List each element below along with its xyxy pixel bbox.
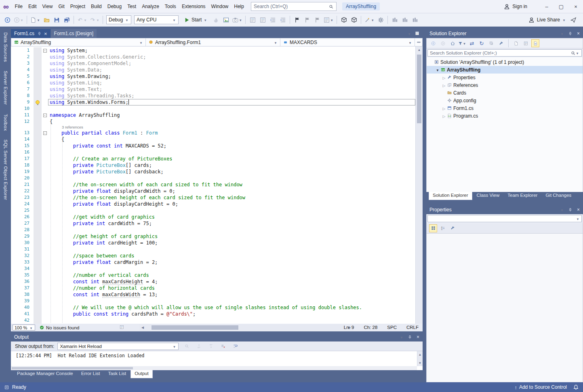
doc-tab-form1-cs[interactable]: Form1.cs×: [11, 29, 51, 38]
code-line-17[interactable]: 17 // Create an array of PictureBoxes: [11, 156, 415, 162]
code-line-8[interactable]: 8using System.Threading.Tasks;: [11, 93, 415, 99]
menu-window[interactable]: Window: [208, 2, 232, 11]
code-line-38[interactable]: 38 const int maxCardsWidth = 13;: [11, 291, 415, 298]
window-position-icon[interactable]: [560, 207, 564, 213]
code-text[interactable]: using System.Text;: [48, 86, 415, 93]
code-line-11[interactable]: 11namespace ArrayShuffling: [11, 112, 415, 118]
split-columns-button[interactable]: [400, 15, 410, 25]
menu-view[interactable]: View: [40, 2, 56, 11]
code-text[interactable]: public partial class Form1 : Form: [48, 130, 415, 136]
code-text[interactable]: private int cardWidth = 75;: [48, 220, 415, 227]
code-line-41[interactable]: 41 public const string cardsPath = @"Car…: [11, 311, 415, 317]
menu-edit[interactable]: Edit: [25, 2, 40, 11]
code-text[interactable]: const int maxCardsHeight = 4;: [48, 278, 415, 285]
build-solution-button[interactable]: [349, 15, 359, 25]
code-text[interactable]: [48, 298, 415, 304]
left-tab-toolbox[interactable]: Toolbox: [3, 112, 8, 133]
se-switch-views-button[interactable]: [458, 39, 466, 47]
code-text[interactable]: [48, 246, 415, 253]
error-navigation-icon[interactable]: [119, 325, 124, 329]
code-line-39[interactable]: 39: [11, 298, 415, 304]
categorized-button[interactable]: [429, 224, 437, 232]
add-to-source-control-button[interactable]: ↑ Add to Source Control: [514, 384, 567, 390]
sign-in-button[interactable]: Sign in: [503, 3, 527, 10]
scrollbar-thumb[interactable]: [417, 55, 421, 123]
node-program-cs[interactable]: C#Program.cs: [427, 112, 583, 120]
code-line-25[interactable]: 25: [11, 207, 415, 214]
window-position-icon[interactable]: [400, 334, 404, 340]
menu-git[interactable]: Git: [55, 2, 67, 11]
code-line-28[interactable]: 28: [11, 227, 415, 233]
bottom-tab-package-manager-console[interactable]: Package Manager Console: [13, 370, 77, 378]
fold-collapse-button[interactable]: [43, 49, 47, 53]
code-line-35[interactable]: 35 //number of vertical cards: [11, 272, 415, 278]
close-icon[interactable]: ×: [417, 334, 419, 340]
code-text[interactable]: //get width of card graphics: [48, 214, 415, 220]
code-line-37[interactable]: 37 //number of horizontal cards: [11, 285, 415, 291]
output-source-dropdown[interactable]: Xamarin Hot Reload: [57, 343, 179, 350]
menu-extensions[interactable]: Extensions: [179, 2, 208, 11]
outdent-lines-button[interactable]: [278, 15, 288, 25]
menu-debug[interactable]: Debug: [105, 2, 124, 11]
code-text[interactable]: {: [48, 136, 415, 143]
pin-icon[interactable]: [37, 31, 42, 36]
search-icon[interactable]: [570, 51, 575, 55]
code-line-13[interactable]: 13 public partial class Form1 : Form: [11, 130, 415, 136]
close-icon[interactable]: ×: [44, 31, 47, 37]
code-text[interactable]: private float displayCardHeight = 0;: [48, 201, 415, 207]
code-text[interactable]: [48, 105, 415, 112]
code-text[interactable]: // Create an array of PictureBoxes: [48, 156, 415, 162]
menu-analyze[interactable]: Analyze: [139, 2, 162, 11]
code-text[interactable]: [48, 227, 415, 233]
code-line-4[interactable]: 4using System.Data;: [11, 67, 415, 73]
code-text[interactable]: [48, 317, 415, 324]
se-refresh-button[interactable]: ↻: [478, 39, 486, 47]
window-position-icon[interactable]: [560, 31, 564, 36]
minimize-button[interactable]: –: [539, 0, 554, 13]
output-vertical-scrollbar[interactable]: ▲ ▼: [417, 351, 423, 366]
code-line-22[interactable]: 22 private float displayCardWidth = 0;: [11, 188, 415, 194]
code-line-40[interactable]: 40 // We will use the @ which will allow…: [11, 304, 415, 311]
code-editor[interactable]: 1using System;2using System.Collections.…: [11, 46, 423, 324]
split-window-button[interactable]: [415, 38, 422, 46]
solution-explorer-header[interactable]: Solution Explorer ×: [426, 29, 583, 38]
previous-bookmark-button[interactable]: [302, 15, 312, 25]
code-text[interactable]: // We will use the @ which will allow us…: [48, 304, 415, 311]
code-text[interactable]: using System.Windows.Forms;: [48, 99, 415, 105]
options-button[interactable]: [376, 15, 385, 25]
project-node-arrayshuffling[interactable]: C#ArrayShuffling: [427, 66, 583, 74]
structure-view-button[interactable]: [258, 15, 267, 25]
node-form1-cs[interactable]: Form1.cs: [427, 104, 583, 112]
code-cleanup-button[interactable]: [363, 15, 375, 25]
se-preview-selected-button[interactable]: [531, 39, 539, 47]
output-content[interactable]: [12:25:44 PM] Hot Reload IDE Extension L…: [11, 351, 423, 370]
expander-right-icon[interactable]: [441, 82, 447, 88]
solution-node[interactable]: Solution 'ArrayShuffling' (1 of 1 projec…: [427, 58, 583, 66]
pin-icon[interactable]: [568, 31, 573, 36]
node-references[interactable]: References: [427, 81, 583, 89]
code-text[interactable]: using System.ComponentModel;: [48, 60, 415, 67]
bookmark-window-button[interactable]: [322, 15, 335, 25]
fold-collapse-button[interactable]: [43, 131, 47, 135]
code-line-27[interactable]: 27 private int cardWidth = 75;: [11, 220, 415, 227]
scroll-down-icon[interactable]: ▼: [417, 360, 423, 366]
se-code-view-button[interactable]: [522, 39, 530, 47]
solution-configurations-combo[interactable]: Debug: [106, 15, 131, 24]
code-text[interactable]: public const string cardsPath = @"Cards\…: [48, 311, 415, 317]
code-line-30[interactable]: 30 private int cardHeight = 100;: [11, 240, 415, 246]
navigate-backward-button[interactable]: [2, 15, 12, 25]
code-text[interactable]: private const int MAXCARDS = 52;: [48, 143, 415, 149]
feedback-icon[interactable]: [570, 17, 577, 23]
code-text[interactable]: using System.Linq;: [48, 80, 415, 86]
properties-object-dropdown[interactable]: [427, 215, 582, 222]
left-tab-server-explorer[interactable]: Server Explorer: [3, 68, 8, 107]
snapshot-debugger-button[interactable]: [231, 15, 243, 25]
open-file-button[interactable]: [42, 15, 51, 25]
quick-search-input[interactable]: Search (Ctrl+Q): [251, 2, 337, 11]
code-text[interactable]: private PictureBox[] cards;: [48, 162, 415, 169]
menu-help[interactable]: Help: [231, 2, 247, 11]
new-file-button[interactable]: [29, 15, 41, 25]
se-home-button[interactable]: [448, 39, 457, 47]
left-tab-data-sources[interactable]: Data Sources: [3, 30, 8, 64]
notifications-bell-icon[interactable]: [572, 384, 579, 390]
